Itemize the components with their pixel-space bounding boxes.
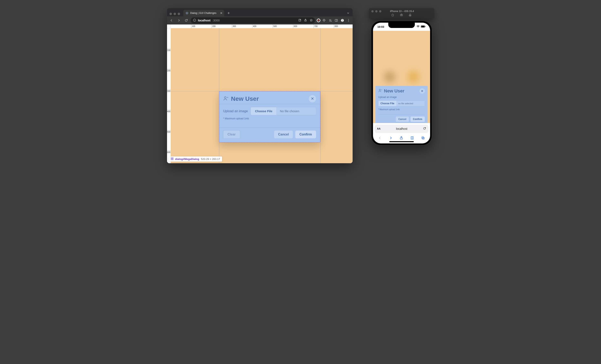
- screenshot-icon[interactable]: [400, 13, 403, 17]
- file-input[interactable]: Choose File no file selected: [378, 101, 425, 106]
- svg-point-9: [342, 20, 343, 20]
- notch: [388, 23, 415, 28]
- new-tab-button[interactable]: [226, 10, 231, 16]
- svg-point-12: [348, 21, 349, 22]
- grid-icon: [171, 157, 174, 161]
- omnibox-host: localhost: [198, 19, 210, 22]
- simulator-window: iPhone 13 – iOS 15.4 10:03: [369, 8, 434, 145]
- open-external-icon[interactable]: [298, 19, 301, 22]
- tabs-menu-icon[interactable]: [345, 10, 351, 16]
- mega-dialog: New User Upload an image Choose File No …: [219, 91, 320, 142]
- home-indicator[interactable]: [389, 141, 414, 142]
- back-icon[interactable]: [378, 136, 382, 141]
- share-icon[interactable]: [400, 136, 403, 141]
- tab-close-icon[interactable]: [220, 11, 223, 15]
- window-zoom-icon[interactable]: [379, 10, 381, 12]
- add-user-icon: [223, 96, 229, 102]
- forward-icon[interactable]: [389, 136, 393, 141]
- svg-rect-17: [172, 159, 173, 160]
- phone-screen: 10:03 New User: [373, 23, 430, 143]
- svg-rect-28: [422, 137, 424, 139]
- upload-label: Upload an image: [223, 109, 248, 113]
- window-zoom-icon[interactable]: [178, 13, 180, 15]
- tab-favicon-icon: [185, 11, 189, 15]
- viewport: 100200300400500600 New User: [167, 24, 353, 163]
- browser-tab[interactable]: Dialog | GUI Challenges: [183, 10, 224, 16]
- omnibox-port: :3000: [212, 19, 220, 22]
- upload-label: Upload an image: [378, 96, 425, 99]
- dialog-footer: Cancel Confirm: [378, 114, 425, 122]
- extensions-icon[interactable]: [322, 18, 327, 23]
- site-info-icon[interactable]: [193, 19, 196, 22]
- devtools-dimensions: 520.29 × 263.17: [201, 158, 220, 161]
- svg-point-25: [379, 89, 381, 91]
- window-minimize-icon[interactable]: [174, 13, 176, 15]
- cancel-button[interactable]: Cancel: [274, 131, 293, 138]
- upload-hint: * Maximum upload 1mb: [378, 108, 425, 111]
- mega-dialog-mobile: New User Upload an image Choose File no …: [375, 86, 428, 123]
- status-icons: [416, 25, 426, 28]
- dialog-title: New User: [384, 88, 404, 94]
- file-input[interactable]: Choose File No file chosen: [251, 107, 316, 115]
- home-icon[interactable]: [391, 13, 394, 17]
- svg-point-6: [331, 21, 331, 22]
- window-close-icon[interactable]: [371, 10, 374, 12]
- kebab-menu-icon[interactable]: [346, 18, 351, 23]
- safari-url-bar[interactable]: AA localhost: [375, 125, 429, 133]
- dialog-close-button[interactable]: [420, 88, 425, 94]
- bookmark-icon[interactable]: [310, 19, 313, 22]
- close-icon: [311, 97, 314, 101]
- devtools-highlight: New User Upload an image Choose File No …: [219, 91, 321, 142]
- safari-url: localhost: [383, 127, 421, 130]
- confirm-button[interactable]: Confirm: [411, 117, 425, 122]
- svg-point-0: [186, 12, 188, 14]
- dialog-close-button[interactable]: [309, 95, 316, 102]
- reload-icon[interactable]: [183, 18, 189, 23]
- svg-point-19: [401, 15, 402, 16]
- side-panel-icon[interactable]: [334, 18, 339, 23]
- dialog-header: New User: [378, 88, 425, 94]
- toolbar-actions: [317, 18, 351, 23]
- page-canvas: New User Upload an image Choose File No …: [167, 24, 353, 163]
- file-status-text: no file selected: [397, 101, 425, 106]
- simulator-titlebar: iPhone 13 – iOS 15.4: [369, 8, 434, 19]
- window-minimize-icon[interactable]: [375, 10, 378, 12]
- svg-rect-23: [421, 26, 424, 27]
- svg-rect-24: [425, 26, 425, 27]
- svg-point-11: [348, 20, 349, 21]
- chrome-window: Dialog | GUI Challenges localhost:3000: [167, 8, 353, 163]
- chrome-toolbar: localhost:3000: [167, 16, 353, 24]
- ruler-horizontal: [171, 24, 353, 28]
- phone-page: New User Upload an image Choose File no …: [373, 31, 430, 123]
- reload-icon[interactable]: [423, 127, 426, 131]
- forward-icon[interactable]: [176, 18, 182, 23]
- reader-aa-icon[interactable]: AA: [377, 127, 381, 130]
- share-icon[interactable]: [304, 19, 307, 22]
- confirm-button[interactable]: Confirm: [295, 131, 316, 138]
- upload-row: Upload an image Choose File No file chos…: [223, 107, 316, 115]
- upload-hint: * Maximum upload 1mb: [223, 117, 316, 120]
- choose-file-button[interactable]: Choose File: [251, 107, 277, 115]
- svg-rect-27: [422, 137, 424, 139]
- clear-button[interactable]: Clear: [223, 130, 240, 139]
- close-icon: [421, 89, 423, 93]
- media-icon[interactable]: [328, 18, 333, 23]
- rotate-icon[interactable]: [409, 13, 412, 17]
- cancel-button[interactable]: Cancel: [396, 117, 409, 122]
- bookmarks-icon[interactable]: [410, 136, 414, 141]
- window-controls: [169, 13, 182, 16]
- battery-icon: [421, 25, 426, 28]
- ruler-vertical: 100200300400500600: [167, 28, 171, 163]
- omnibox[interactable]: localhost:3000: [191, 17, 315, 23]
- window-close-icon[interactable]: [170, 13, 172, 15]
- status-time: 10:03: [378, 25, 384, 28]
- phone-frame: 10:03 New User: [371, 20, 432, 145]
- dialog-footer: Clear Cancel Confirm: [219, 127, 320, 142]
- back-icon[interactable]: [169, 18, 174, 23]
- file-status-text: No file chosen: [277, 107, 316, 115]
- svg-rect-15: [172, 158, 173, 159]
- choose-file-button[interactable]: Choose File: [378, 101, 397, 106]
- extension-compass-icon[interactable]: [317, 19, 321, 22]
- tabs-icon[interactable]: [421, 136, 425, 141]
- profile-avatar-icon[interactable]: [340, 18, 345, 23]
